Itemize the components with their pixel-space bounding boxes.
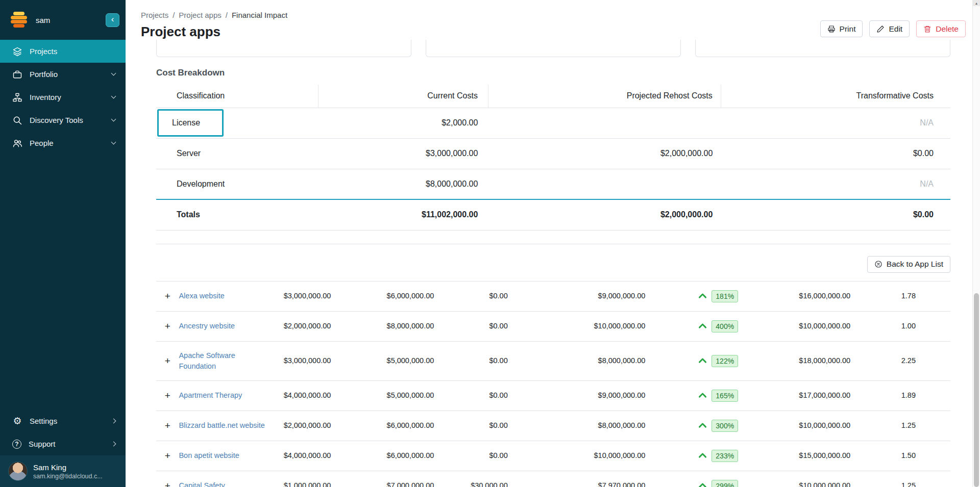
cell-rehost — [488, 169, 721, 199]
sidebar-item-projects[interactable]: Projects — [0, 40, 126, 63]
chevron-down-icon — [111, 117, 116, 122]
breadcrumb-link-projects[interactable]: Projects — [141, 11, 168, 19]
breadcrumb-link-project-apps[interactable]: Project apps — [179, 11, 221, 19]
vertical-scrollbar[interactable]: ▲ — [972, 0, 980, 487]
app-link[interactable]: Ancestry website — [179, 322, 235, 330]
breadcrumb: Projects / Project apps / Financial Impa… — [141, 0, 966, 19]
totals-label: Totals — [156, 199, 318, 230]
app-link[interactable]: Capital Safety — [179, 481, 225, 487]
cell-transformative: $0.00 — [721, 138, 950, 169]
trend-up-icon — [698, 451, 707, 460]
cell-total-costs: $9,000,000.00 — [513, 380, 651, 411]
cell-current-costs: $4,000,000.00 — [265, 380, 336, 411]
percent-badge: 122% — [712, 355, 738, 367]
sidebar-item-settings[interactable]: ⚙ Settings — [0, 409, 126, 432]
breadcrumb-separator: / — [226, 11, 228, 19]
trash-icon — [923, 25, 932, 33]
app-link[interactable]: Blizzard battle.net website — [179, 421, 264, 429]
app-link[interactable]: Bon apetit website — [179, 451, 239, 459]
app-row: + Apache Software Foundation $3,000,000.… — [156, 341, 950, 380]
sidebar-collapse-button[interactable]: ‹ — [106, 13, 119, 27]
app-link[interactable]: Apartment Therapy — [179, 391, 242, 399]
sidebar-item-inventory[interactable]: Inventory — [0, 86, 126, 109]
expand-row-button[interactable]: + — [156, 281, 179, 311]
cost-row-license: License $2,000.00 N/A — [156, 108, 950, 138]
cell-total-costs: $9,000,000.00 — [513, 281, 651, 311]
scrollbar-up-arrow[interactable]: ▲ — [973, 0, 980, 6]
section-divider — [156, 244, 950, 244]
expand-row-button[interactable]: + — [156, 311, 179, 341]
cell-value: $17,000,000.00 — [748, 380, 855, 411]
sidebar-item-label: Portfolio — [30, 70, 58, 79]
breadcrumb-separator: / — [173, 11, 175, 19]
briefcase-icon — [12, 69, 22, 80]
print-button[interactable]: Print — [820, 20, 863, 37]
app-link[interactable]: Alexa website — [179, 292, 224, 300]
app-link[interactable]: Apache Software Foundation — [179, 351, 235, 370]
cost-breakdown-table: Classification Current Costs Projected R… — [156, 85, 950, 230]
app-list-table: + Alexa website $3,000,000.00 $6,000,000… — [156, 281, 950, 487]
cell-value: $16,000,000.00 — [748, 281, 855, 311]
cell-total-costs: $7,970,000.00 — [513, 471, 651, 487]
column-header-transformative-costs: Transformative Costs — [721, 85, 950, 108]
expand-row-button[interactable]: + — [156, 380, 179, 411]
expand-row-button[interactable]: + — [156, 441, 179, 471]
cost-totals-row: Totals $11,002,000.00 $2,000,000.00 $0.0… — [156, 199, 950, 230]
percent-badge: 300% — [712, 420, 738, 432]
cell-projected-costs: $7,000,000.00 — [336, 471, 439, 487]
cell-classification: Development — [156, 169, 318, 199]
percent-badge: 233% — [712, 450, 738, 462]
app-row: + Blizzard battle.net website $2,000,000… — [156, 411, 950, 441]
sidebar-item-people[interactable]: People — [0, 132, 126, 155]
cost-table-header-row: Classification Current Costs Projected R… — [156, 85, 950, 108]
hierarchy-icon — [12, 92, 22, 102]
delete-button-label: Delete — [936, 24, 959, 34]
cell-rehost — [488, 108, 721, 138]
profile-text: Sam King sam.king@tidalcloud.c... — [33, 463, 103, 480]
cell-value: $10,000,000.00 — [748, 471, 855, 487]
cell-adjustment: $0.00 — [439, 281, 512, 311]
percent-badge: 181% — [712, 290, 738, 302]
summary-card-partial — [156, 40, 411, 57]
cell-projected-costs: $6,000,000.00 — [336, 441, 439, 471]
workspace-name: sam — [36, 16, 50, 24]
profile-email: sam.king@tidalcloud.c... — [33, 473, 103, 480]
cell-ratio: 2.25 — [855, 341, 950, 380]
circle-x-icon — [874, 260, 883, 268]
trend-up-icon — [698, 356, 707, 366]
cell-current-costs: $1,000,000.00 — [265, 471, 336, 487]
print-button-label: Print — [840, 24, 856, 34]
user-profile[interactable]: Sam King sam.king@tidalcloud.c... — [0, 455, 126, 487]
sidebar-item-label: Projects — [30, 47, 57, 56]
sidebar-item-discovery-tools[interactable]: Discovery Tools — [0, 109, 126, 132]
back-to-app-list-button[interactable]: Back to App List — [867, 256, 950, 273]
layers-icon — [12, 46, 22, 57]
profile-name: Sam King — [33, 463, 103, 472]
scrollbar-thumb[interactable] — [974, 293, 979, 487]
expand-row-button[interactable]: + — [156, 341, 179, 380]
app-row: + Alexa website $3,000,000.00 $6,000,000… — [156, 281, 950, 311]
cell-value: $10,000,000.00 — [748, 311, 855, 341]
cell-projected-costs: $6,000,000.00 — [336, 411, 439, 441]
help-icon: ? — [12, 440, 21, 449]
edit-button[interactable]: Edit — [869, 20, 910, 37]
pencil-icon — [876, 25, 885, 33]
sidebar-item-support[interactable]: ? Support — [0, 432, 126, 455]
printer-icon — [827, 25, 836, 33]
cell-ratio: 1.25 — [855, 471, 950, 487]
delete-button[interactable]: Delete — [916, 20, 966, 37]
trend-up-icon — [698, 321, 707, 331]
scrolled-content: Cost Breakdown Classification Current Co… — [156, 40, 950, 487]
trend-up-icon — [698, 421, 707, 430]
expand-row-button[interactable]: + — [156, 411, 179, 441]
chevron-right-icon — [111, 419, 116, 424]
expand-row-button[interactable]: + — [156, 471, 179, 487]
chevron-down-icon — [111, 140, 116, 145]
sidebar-item-portfolio[interactable]: Portfolio — [0, 63, 126, 86]
selected-classification-cell[interactable]: License — [157, 109, 224, 137]
cell-current: $2,000.00 — [318, 108, 488, 138]
cell-current-costs: $3,000,000.00 — [265, 281, 336, 311]
cell-projected-costs: $8,000,000.00 — [336, 311, 439, 341]
cell-current-costs: $4,000,000.00 — [265, 441, 336, 471]
trend-up-icon — [698, 291, 707, 301]
